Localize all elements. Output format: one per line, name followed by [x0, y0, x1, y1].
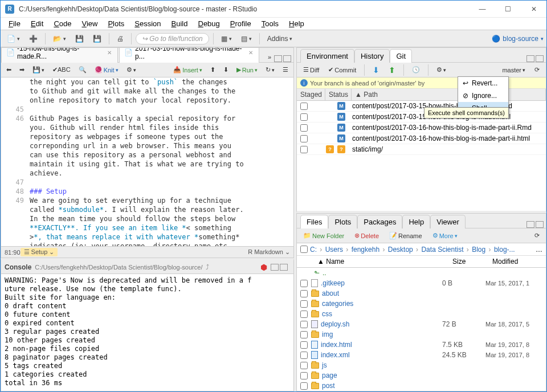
stage-checkbox[interactable] [300, 113, 308, 121]
tab-git[interactable]: Git [390, 49, 412, 63]
breadcrumb-item[interactable]: Data Scientist [420, 246, 464, 254]
tab-environment[interactable]: Environment [300, 49, 354, 63]
stage-checkbox[interactable] [300, 103, 308, 110]
file-checkbox[interactable] [300, 341, 308, 349]
goto-file-input[interactable]: ↪ Go to file/function [136, 33, 209, 44]
tab-close-icon[interactable]: ✕ [106, 50, 113, 56]
file-checkbox[interactable] [300, 321, 308, 328]
settings-button[interactable]: ⚙▾ [124, 64, 139, 75]
save-all-button[interactable]: 💾 [89, 32, 105, 45]
source-tab-0[interactable]: 📄 -15-how-this-blog-is-made.R...✕ [1, 47, 118, 63]
panes-button[interactable]: ▤▾ [238, 32, 255, 45]
outline-button[interactable]: ☰ [280, 64, 291, 75]
git-menu-revert[interactable]: ↩ Revert... [458, 77, 508, 89]
file-checkbox[interactable] [300, 331, 308, 338]
menu-file[interactable]: File [4, 19, 25, 28]
file-row[interactable]: index.html7.5 KBMar 19, 2017, 8 [297, 340, 546, 350]
file-checkbox[interactable] [300, 352, 308, 359]
breadcrumb-item[interactable]: blog-... [493, 246, 516, 254]
maximize-pane-icon[interactable] [280, 264, 288, 271]
tab-packages[interactable]: Packages [357, 215, 402, 228]
print-button[interactable]: 🖨 [113, 32, 127, 45]
knit-button[interactable]: 🧶 Knit ▾ [92, 64, 121, 75]
new-folder-button[interactable]: 📁 New Folder [300, 230, 347, 241]
git-menu-ignore[interactable]: ⊘ Ignore... [458, 89, 508, 102]
file-checkbox[interactable] [300, 280, 308, 287]
insert-button[interactable]: 📥 Insert ▾ [170, 64, 205, 75]
tab-help[interactable]: Help [402, 215, 430, 228]
forward-button[interactable]: ➡ [17, 64, 27, 75]
file-checkbox[interactable] [300, 372, 308, 379]
delete-button[interactable]: ⊗ Delete [352, 230, 382, 241]
file-checkbox[interactable] [300, 311, 308, 318]
maximize-pane-icon[interactable] [536, 55, 544, 62]
git-col-staged[interactable]: Staged [297, 89, 325, 100]
file-up-row[interactable]: ⬑ .. [297, 268, 546, 278]
tab-viewer[interactable]: Viewer [430, 215, 466, 228]
menu-profile[interactable]: Profile [226, 19, 256, 28]
file-checkbox[interactable] [300, 290, 308, 297]
more-git-button[interactable]: ⚙▾ [434, 64, 449, 75]
git-row[interactable]: Mcontent/post/2017-03-16-how-this-blog-i… [297, 122, 546, 133]
minimize-pane-icon[interactable] [271, 264, 279, 271]
open-button[interactable]: 📂▾ [50, 32, 70, 45]
git-row[interactable]: Mcontent/post/2017-03-16-how-this-blog-i… [297, 133, 546, 144]
minimize-button[interactable]: — [470, 1, 495, 18]
file-row[interactable]: deploy.sh72 BMar 18, 2017, 5 [297, 319, 546, 329]
minimize-pane-icon[interactable] [274, 55, 282, 62]
file-row[interactable]: post [297, 381, 546, 391]
save-button[interactable]: 💾 [72, 32, 87, 45]
file-row[interactable]: categories [297, 299, 546, 309]
files-col-name[interactable]: ▲ Name [314, 256, 449, 267]
minimize-pane-icon[interactable] [526, 221, 534, 228]
history-button[interactable]: 🕓 [409, 64, 423, 75]
maximize-pane-icon[interactable] [536, 221, 544, 228]
tab-overflow-button[interactable]: » [265, 52, 274, 62]
clear-console-icon[interactable]: ⤴ [206, 263, 209, 271]
breadcrumb-item[interactable]: Users [324, 246, 344, 254]
commit-button[interactable]: ✔ Commit [325, 64, 359, 75]
stop-button[interactable]: ⬢ [260, 263, 267, 272]
menu-debug[interactable]: Debug [194, 19, 224, 28]
stage-checkbox[interactable] [300, 146, 308, 153]
git-col-status[interactable]: Status [325, 89, 352, 100]
tab-close-icon[interactable]: ✕ [247, 50, 254, 56]
new-doc-button[interactable]: 📄▾ [3, 32, 23, 45]
close-button[interactable]: ✕ [521, 1, 546, 18]
file-row[interactable]: .gitkeep0 BMar 15, 2017, 1 [297, 278, 546, 288]
source-tab-1[interactable]: 📄 2017-03-16-how-this-blog-is-made-p...✕ [119, 47, 259, 63]
nav-down-button[interactable]: ⬇ [221, 64, 231, 75]
breadcrumb-item[interactable]: Blog [471, 246, 487, 254]
menu-view[interactable]: View [77, 19, 102, 28]
maximize-button[interactable]: ☐ [495, 1, 521, 18]
menu-plots[interactable]: Plots [103, 19, 129, 28]
file-row[interactable]: about [297, 288, 546, 299]
find-button[interactable]: 🔍 [76, 64, 89, 75]
file-row[interactable]: css [297, 309, 546, 319]
file-checkbox[interactable] [300, 362, 308, 369]
stage-checkbox[interactable] [300, 124, 308, 132]
file-row[interactable]: js [297, 360, 546, 370]
console-output[interactable]: WARNING: Page's Now is deprecated and wi… [1, 274, 293, 391]
minimize-pane-icon[interactable] [526, 55, 534, 62]
tab-files[interactable]: Files [300, 215, 328, 228]
rerun-button[interactable]: ↻▾ [263, 64, 277, 75]
tools-grid-button[interactable]: ▦▾ [218, 32, 235, 45]
files-col-size[interactable]: Size [449, 256, 489, 267]
tab-plots[interactable]: Plots [328, 215, 357, 228]
menu-code[interactable]: Code [49, 19, 76, 28]
refresh-files-button[interactable]: ⟳ [532, 230, 542, 241]
editor-body[interactable]: 4546474849 the night you can tell git to… [1, 77, 293, 246]
breadcrumb-item[interactable]: fengkehh [350, 246, 381, 254]
run-button[interactable]: ▶ Run ▾ [234, 64, 260, 75]
more-button[interactable]: ⚙ More ▾ [430, 230, 460, 241]
file-row[interactable]: img [297, 329, 546, 340]
menu-session[interactable]: Session [130, 19, 165, 28]
rename-button[interactable]: 📝 Rename [386, 230, 425, 241]
chunk-selector[interactable]: ☰ Setup ⌄ [21, 248, 58, 256]
files-col-modified[interactable]: Modified [489, 256, 546, 267]
git-col-path[interactable]: ▲ Path [352, 89, 546, 100]
push-button[interactable]: ⬆ [386, 64, 398, 76]
language-mode[interactable]: R Markdown ⌄ [248, 248, 290, 256]
file-checkbox[interactable] [300, 300, 308, 308]
